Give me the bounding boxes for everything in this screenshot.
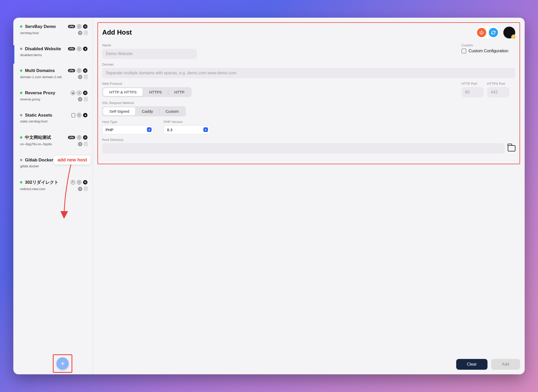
name-input[interactable] <box>102 49 197 59</box>
sidebar-host-item[interactable]: Multi Domainsphpdomain-1.com domain-2.ne… <box>13 65 93 88</box>
shield-icon <box>77 135 81 140</box>
host-domain: gitlab.docker <box>20 164 39 168</box>
app-window: ServBay Demophpservbay.hostDisabled Webs… <box>13 18 524 374</box>
shield-icon <box>77 47 81 51</box>
sidebar-host-item[interactable]: ServBay Demophpservbay.host <box>13 21 93 44</box>
compass-icon[interactable] <box>78 187 82 191</box>
add-host-fab[interactable]: + <box>56 357 69 370</box>
host-sub-icons <box>78 97 87 101</box>
label-http-port: HTTP Port <box>462 82 484 86</box>
label-host-type: Host Type <box>102 120 153 124</box>
header-actions: ✔ <box>475 26 515 39</box>
php-badge: php <box>68 47 75 50</box>
pause-icon[interactable] <box>83 91 87 95</box>
document-icon[interactable] <box>84 142 87 146</box>
custom-config-label: Custom Configuration <box>469 49 509 53</box>
clear-button[interactable]: Clear <box>456 359 487 370</box>
php-badge: php <box>68 136 75 139</box>
label-https-port: HTTPS Port <box>487 82 509 86</box>
sidebar: ServBay Demophpservbay.hostDisabled Webs… <box>13 18 93 374</box>
label-php-version: PHP Version <box>164 120 210 124</box>
host-domain: redirect.new.com <box>20 187 45 191</box>
protocol-option[interactable]: HTTP <box>168 88 191 96</box>
shield-icon <box>77 68 81 73</box>
host-name: 302リダイレクト <box>25 179 68 185</box>
ssl-option[interactable]: Self-Signed <box>103 107 135 115</box>
status-dot <box>20 48 22 50</box>
host-sub-icons <box>78 75 87 79</box>
chevron-updown-icon <box>203 127 208 132</box>
root-directory-input[interactable] <box>102 143 504 153</box>
protocol-segmented: HTTP & HTTPSHTTPSHTTP <box>102 87 192 97</box>
host-type-value: PHP <box>105 128 113 132</box>
page-title: Add Host <box>102 28 132 36</box>
host-name: ServBay Demo <box>25 24 65 29</box>
shield-icon <box>77 113 81 117</box>
https-port-input[interactable] <box>487 87 509 97</box>
sidebar-host-item[interactable]: Static Assetsstatic.servbay.host <box>13 110 93 132</box>
document-icon[interactable] <box>84 75 87 79</box>
device-icon <box>72 113 75 117</box>
document-icon[interactable] <box>84 97 87 101</box>
host-name: 中文网站测试 <box>25 135 65 140</box>
tooltip-add-host: add new host <box>54 156 91 164</box>
host-name: Multi Domains <box>25 68 65 73</box>
compass-icon[interactable] <box>78 97 82 101</box>
status-dot <box>20 69 22 72</box>
pause-icon[interactable] <box>83 135 87 140</box>
sidebar-host-item[interactable]: Reverse Proxy⇄✕reverse.proxy <box>13 88 93 110</box>
add-button[interactable]: Add <box>491 359 520 370</box>
protocol-option[interactable]: HTTPS <box>143 88 168 96</box>
sidebar-host-item[interactable]: Disabled Websitephpdisabled.demo <box>13 44 93 65</box>
host-sub-icons <box>78 31 87 35</box>
header-action-pill <box>475 26 500 39</box>
host-domain: xn--6qq79v.xn--fiqs8s <box>20 142 52 146</box>
host-icon-row: ↻ <box>71 180 87 184</box>
play-icon[interactable] <box>83 47 87 51</box>
chevron-updown-icon <box>147 127 152 132</box>
label-domain: Domain <box>102 63 515 66</box>
ssl-option[interactable]: Caddy <box>136 107 159 115</box>
php-version-select[interactable]: 8.3 <box>164 125 210 134</box>
pause-icon[interactable] <box>83 180 87 184</box>
host-domain: domain-1.com domain-2.net <box>20 75 62 79</box>
status-dot <box>20 181 22 183</box>
host-type-select[interactable]: PHP <box>102 125 153 134</box>
label-root: Root Directory <box>102 138 515 142</box>
php-badge: php <box>68 25 75 28</box>
host-icon-row: ⇄✕ <box>71 91 87 95</box>
pause-icon[interactable] <box>83 24 87 29</box>
http-port-input[interactable] <box>462 87 484 97</box>
compass-icon[interactable] <box>78 75 82 79</box>
sidebar-host-item[interactable]: 302リダイレクト↻redirect.new.com <box>13 177 93 200</box>
host-name: Disabled Website <box>25 46 65 51</box>
label-name: Name <box>102 43 454 47</box>
sidebar-host-item[interactable]: 中文网站测试phpxn--6qq79v.xn--fiqs8s <box>13 132 93 155</box>
status-dot <box>20 25 22 28</box>
main-panel: Add Host ✔ <box>93 18 524 374</box>
document-icon[interactable] <box>84 31 87 35</box>
host-name: Static Assets <box>25 113 69 118</box>
shield-icon <box>77 180 81 184</box>
pause-icon[interactable] <box>83 68 87 73</box>
protocol-option[interactable]: HTTP & HTTPS <box>103 88 143 96</box>
host-icon-row: php <box>68 68 88 73</box>
host-domain: disabled.demo <box>20 53 42 57</box>
label-web-protocol: Web Protocol <box>102 82 454 86</box>
custom-config-checkbox[interactable] <box>462 49 466 53</box>
compass-icon[interactable] <box>78 142 82 146</box>
shield-icon <box>77 24 81 29</box>
redirect-icon: ↻ <box>71 180 75 184</box>
ssl-option[interactable]: Custom <box>159 107 185 115</box>
compass-icon[interactable] <box>78 31 82 35</box>
folder-icon[interactable] <box>508 145 515 151</box>
play-icon[interactable] <box>83 113 87 117</box>
host-sub-icons <box>78 142 87 146</box>
refresh-button[interactable] <box>489 28 498 37</box>
document-icon[interactable] <box>84 187 87 191</box>
swap-icon: ⇄ <box>71 91 75 95</box>
host-icon-row: php <box>68 24 88 29</box>
domain-input[interactable] <box>102 68 515 78</box>
power-button[interactable] <box>477 28 486 37</box>
host-domain: servbay.host <box>20 31 39 35</box>
